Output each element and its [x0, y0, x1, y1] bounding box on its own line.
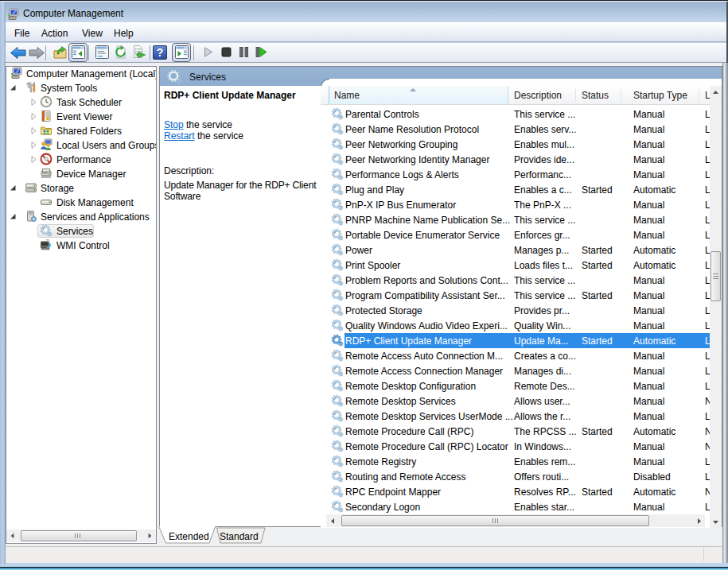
svg-text:Standard: Standard — [220, 531, 259, 542]
svg-text:Extended: Extended — [169, 531, 209, 542]
svg-text:?: ? — [157, 46, 164, 59]
